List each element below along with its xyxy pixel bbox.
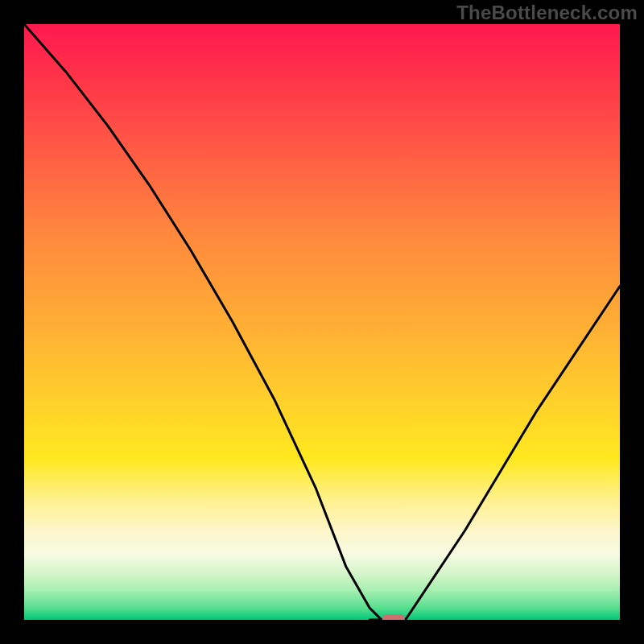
minimum-marker [382,614,405,620]
watermark-text: TheBottleneck.com [456,2,638,24]
chart-container: TheBottleneck.com [0,0,644,644]
curve-right-branch [369,287,620,620]
plot-area [24,24,620,620]
curve-layer [24,24,620,620]
curve-left-branch [24,24,382,620]
